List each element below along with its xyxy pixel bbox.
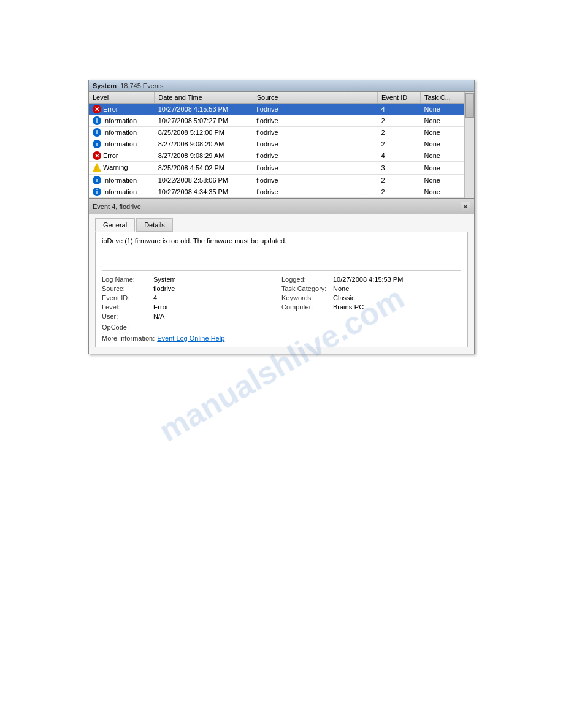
list-title-count: 18,745 Events: [120, 82, 163, 89]
log-name-label: Log Name:: [102, 276, 151, 283]
info-icon: i: [93, 116, 101, 125]
logged-label: Logged:: [282, 276, 331, 283]
user-value: N/A: [153, 313, 164, 320]
tabs-row: General Details: [95, 218, 468, 232]
main-container: System 18,745 Events Level Date and Time…: [88, 80, 475, 354]
tab-details[interactable]: Details: [136, 218, 173, 232]
table-row[interactable]: iInformation10/27/2008 4:34:35 PMfiodriv…: [89, 186, 464, 198]
tab-general[interactable]: General: [95, 218, 135, 232]
info-icon: i: [93, 128, 101, 137]
cell-level: iInformation: [89, 127, 155, 138]
level-icon-wrapper: iInformation: [93, 188, 137, 196]
field-computer: Computer: Brains-PC: [282, 303, 461, 311]
cell-level: iInformation: [89, 115, 155, 127]
cell-datetime: 8/25/2008 5:12:00 PM: [155, 127, 253, 138]
cell-datetime: 8/25/2008 4:54:02 PM: [155, 162, 253, 175]
info-icon: i: [93, 188, 101, 196]
table-row[interactable]: iInformation8/27/2008 9:08:20 AMfiodrive…: [89, 138, 464, 150]
detail-content: General Details ioDrive (1) firmware is …: [89, 214, 474, 354]
cell-datetime: 10/22/2008 2:58:06 PM: [155, 175, 253, 186]
table-wrapper: Level Date and Time Source Event ID Task…: [89, 92, 464, 198]
cell-datetime: 10/27/2008 4:34:35 PM: [155, 186, 253, 198]
cell-level: Warning: [89, 162, 155, 175]
task-category-label: Task Category:: [282, 285, 331, 292]
cell-datetime: 8/27/2008 9:08:29 AM: [155, 150, 253, 162]
cell-source: fiodrive: [253, 115, 377, 127]
field-level: Level: Error: [102, 303, 282, 311]
cell-source: fiodrive: [253, 150, 377, 162]
message-box: ioDrive (1) firmware is too old. The fir…: [102, 237, 461, 271]
level-value: Error: [153, 303, 168, 311]
level-text: Information: [103, 117, 137, 124]
level-text: Information: [103, 188, 137, 195]
cell-level: iInformation: [89, 186, 155, 198]
cell-event-id: 2: [378, 175, 421, 186]
table-scroll-area: Level Date and Time Source Event ID Task…: [89, 92, 474, 198]
computer-label: Computer:: [282, 303, 331, 311]
cell-task-cat: None: [421, 162, 464, 175]
cell-level: ✕Error: [89, 104, 155, 115]
info-icon: i: [93, 176, 101, 184]
scrollbar-thumb[interactable]: [465, 93, 474, 118]
field-source: Source: fiodrive: [102, 285, 282, 292]
col-datetime: Date and Time: [155, 92, 253, 104]
cell-event-id: 4: [378, 150, 421, 162]
table-scrollbar[interactable]: [464, 92, 474, 198]
cell-source: fiodrive: [253, 162, 377, 175]
event-id-value: 4: [153, 294, 157, 301]
field-task-category: Task Category: None: [282, 285, 461, 292]
level-text: Warning: [103, 164, 128, 171]
cell-source: fiodrive: [253, 186, 377, 198]
cell-task-cat: None: [421, 175, 464, 186]
cell-datetime: 8/27/2008 9:08:20 AM: [155, 138, 253, 150]
cell-source: fiodrive: [253, 138, 377, 150]
table-header-row: Level Date and Time Source Event ID Task…: [89, 92, 464, 104]
field-keywords: Keywords: Classic: [282, 294, 461, 301]
level-label: Level:: [102, 303, 151, 311]
computer-value: Brains-PC: [333, 303, 364, 311]
col-level: Level: [89, 92, 155, 104]
cell-level: iInformation: [89, 138, 155, 150]
field-log-name: Log Name: System: [102, 276, 282, 283]
list-titlebar: System 18,745 Events: [89, 80, 474, 92]
user-label: User:: [102, 313, 151, 320]
table-row[interactable]: iInformation10/22/2008 2:58:06 PMfiodriv…: [89, 175, 464, 186]
detail-fields: Log Name: System Source: fiodrive Event …: [102, 276, 461, 342]
cell-source: fiodrive: [253, 175, 377, 186]
error-icon: ✕: [93, 151, 101, 160]
right-field-group: Logged: 10/27/2008 4:15:53 PM Task Categ…: [282, 276, 461, 342]
event-table: Level Date and Time Source Event ID Task…: [89, 92, 464, 198]
logged-value: 10/27/2008 4:15:53 PM: [333, 276, 403, 283]
level-text: Information: [103, 140, 137, 148]
error-icon: ✕: [93, 105, 101, 113]
source-label: Source:: [102, 285, 151, 292]
col-source: Source: [253, 92, 377, 104]
cell-event-id: 2: [378, 138, 421, 150]
table-row[interactable]: ✕Error10/27/2008 4:15:53 PMfiodrive4None: [89, 104, 464, 115]
table-row[interactable]: ✕Error8/27/2008 9:08:29 AMfiodrive4None: [89, 150, 464, 162]
level-icon-wrapper: Warning: [93, 163, 128, 172]
event-message: ioDrive (1) firmware is too old. The fir…: [102, 237, 286, 245]
level-text: Information: [103, 176, 137, 184]
table-row[interactable]: iInformation8/25/2008 5:12:00 PMfiodrive…: [89, 127, 464, 138]
cell-event-id: 2: [378, 186, 421, 198]
level-text: Error: [103, 152, 118, 159]
level-icon-wrapper: iInformation: [93, 140, 137, 148]
close-button[interactable]: ×: [461, 202, 470, 211]
cell-task-cat: None: [421, 127, 464, 138]
cell-task-cat: None: [421, 104, 464, 115]
cell-source: fiodrive: [253, 127, 377, 138]
cell-task-cat: None: [421, 186, 464, 198]
field-user: User: N/A: [102, 313, 282, 320]
info-icon: i: [93, 140, 101, 148]
cell-level: ✕Error: [89, 150, 155, 162]
more-info-label: More Information:: [102, 335, 155, 342]
table-row[interactable]: iInformation10/27/2008 5:07:27 PMfiodriv…: [89, 115, 464, 127]
level-icon-wrapper: iInformation: [93, 176, 137, 184]
field-opcode: OpCode:: [102, 324, 282, 331]
table-row[interactable]: Warning8/25/2008 4:54:02 PMfiodrive3None: [89, 162, 464, 175]
log-name-value: System: [153, 276, 176, 283]
opcode-label: OpCode:: [102, 324, 151, 331]
event-log-online-help-link[interactable]: Event Log Online Help: [157, 335, 224, 342]
level-text: Information: [103, 129, 137, 136]
